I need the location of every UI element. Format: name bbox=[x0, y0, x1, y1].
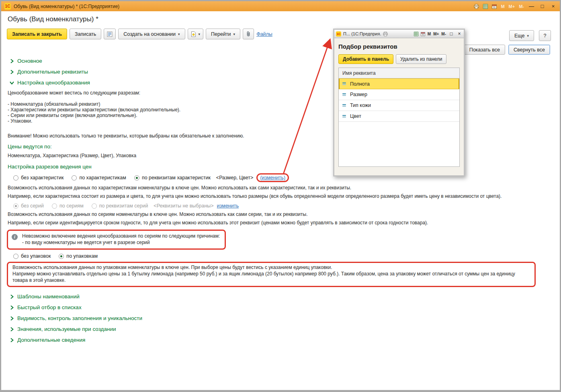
characteristics-change-link[interactable]: (изменить) bbox=[260, 175, 285, 181]
radio-without-packages[interactable]: без упаковок bbox=[13, 253, 51, 259]
attach-files-button[interactable] bbox=[243, 29, 254, 39]
paperclip-icon bbox=[246, 31, 251, 37]
section-dop-rekvizity[interactable]: Дополнительные реквизиты bbox=[10, 68, 554, 76]
chevron-right-icon bbox=[10, 305, 14, 310]
memory-m-minus-button[interactable]: М- bbox=[441, 32, 446, 36]
svg-text:31: 31 bbox=[422, 33, 424, 35]
prices-by-title: Цены ведутся по: bbox=[8, 144, 554, 150]
attribute-row-razmer[interactable]: Размер bbox=[339, 89, 459, 100]
save-button[interactable]: Записать bbox=[70, 29, 101, 39]
calendar-31-icon[interactable]: 31 bbox=[492, 4, 497, 9]
radio-by-characteristic-attributes[interactable]: по реквизитам характеристик bbox=[134, 175, 211, 181]
characteristics-value: <Размер, Цвет> bbox=[216, 175, 254, 181]
section-additional-info[interactable]: Дополнительные сведения bbox=[10, 336, 554, 344]
table-icon[interactable] bbox=[414, 32, 418, 36]
table-icon[interactable] bbox=[483, 4, 488, 9]
maximize-icon[interactable]: □ bbox=[539, 3, 546, 9]
toolbar: Записать и закрыть Записать Создать на о… bbox=[7, 29, 554, 39]
help-button[interactable]: ? bbox=[539, 30, 551, 41]
close-icon[interactable]: × bbox=[550, 3, 557, 9]
save-and-close-button[interactable]: Записать и закрыть bbox=[7, 29, 67, 39]
section-label: Настройка ценообразования bbox=[17, 80, 90, 86]
minimize-icon[interactable]: — bbox=[528, 3, 535, 9]
memory-m-button[interactable]: М bbox=[428, 32, 431, 36]
bullet-line: - Упаковки. bbox=[8, 118, 554, 124]
more-button[interactable]: Еще ▾ bbox=[509, 30, 534, 41]
memory-m-plus-button[interactable]: М+ bbox=[509, 4, 515, 9]
pricing-attention: Внимание! Можно использовать только те р… bbox=[8, 133, 554, 139]
print-icon[interactable] bbox=[383, 32, 388, 36]
chevron-down-icon: ▾ bbox=[527, 34, 529, 38]
add-to-panel-button[interactable]: Добавить в панель bbox=[338, 54, 393, 64]
radio-without-characteristics[interactable]: без характеристик bbox=[13, 175, 63, 181]
radio-label: без серий bbox=[21, 203, 44, 209]
characteristics-hint1: Возможность использования данных по хара… bbox=[8, 185, 554, 191]
packaging-hint1: Возможность использования данных по упак… bbox=[12, 264, 531, 271]
radio-by-packages[interactable]: по упаковкам bbox=[59, 253, 98, 259]
collapse-all-label: Свернуть все bbox=[514, 47, 545, 53]
report-icon bbox=[107, 31, 113, 37]
print-icon[interactable] bbox=[474, 4, 479, 9]
radio-by-series-attributes[interactable]: по реквизитам серий bbox=[92, 203, 148, 209]
radio-without-series[interactable]: без серий bbox=[13, 203, 44, 209]
chevron-down-icon: ▾ bbox=[199, 32, 201, 36]
go-to-label: Перейти bbox=[211, 31, 231, 37]
section-quick-filter[interactable]: Быстрый отбор в списках bbox=[10, 304, 554, 311]
radio-dot bbox=[13, 203, 18, 209]
packaging-hint2: Например можно устанавливать отдельно це… bbox=[12, 271, 531, 283]
radio-dot bbox=[72, 175, 77, 181]
save-and-close-label: Записать и закрыть bbox=[12, 31, 62, 37]
radio-dot bbox=[13, 254, 18, 259]
attribute-row-polnota[interactable]: Полнота bbox=[339, 78, 459, 89]
maximize-icon[interactable]: □ bbox=[448, 31, 454, 37]
series-warning-text: Невозможно включение ведения ценообразов… bbox=[21, 233, 220, 246]
svg-text:31: 31 bbox=[493, 6, 496, 8]
memory-m-plus-button[interactable]: М+ bbox=[433, 32, 439, 36]
section-name-templates[interactable]: Шаблоны наименований bbox=[10, 293, 554, 300]
attribute-icon bbox=[342, 114, 347, 119]
series-hint1: Возможность использования данных по сери… bbox=[8, 211, 554, 218]
section-pricing[interactable]: Настройка ценообразования bbox=[10, 79, 554, 86]
collapse-all-button[interactable]: Свернуть все bbox=[508, 45, 550, 55]
section-visibility[interactable]: Видимость, контроль заполнения и уникаль… bbox=[10, 314, 554, 322]
radio-by-series[interactable]: по сериям bbox=[52, 203, 84, 209]
remove-from-panel-label: Удалить из панели bbox=[400, 56, 442, 62]
characteristics-radio-group: без характеристик по характеристикам по … bbox=[13, 173, 554, 182]
radio-label: по сериям bbox=[59, 203, 84, 209]
section-label: Дополнительные реквизиты bbox=[17, 69, 88, 75]
section-osnovnoe[interactable]: Основное bbox=[10, 57, 554, 65]
files-link[interactable]: Файлы bbox=[256, 31, 272, 37]
window-title: Обувь (Вид номенклатуры) * (1С:Предприят… bbox=[14, 4, 119, 9]
pricing-body: Ценообразование может вестись по следующ… bbox=[7, 90, 554, 287]
radio-label: без упаковок bbox=[21, 253, 51, 259]
packaging-hint-box: Возможность использования данных по упак… bbox=[7, 262, 536, 287]
attribute-icon bbox=[342, 92, 347, 97]
chevron-down-icon bbox=[10, 81, 14, 84]
radio-label: по характеристикам bbox=[79, 175, 126, 181]
form-content: Обувь (Вид номенклатуры) * Записать и за… bbox=[1, 15, 560, 344]
attribute-row-tip-kozhi[interactable]: Тип кожи bbox=[339, 100, 459, 111]
attribute-row-tsvet[interactable]: Цвет bbox=[339, 111, 459, 122]
radio-label: по упаковкам bbox=[66, 253, 98, 259]
memory-m-minus-button[interactable]: М- bbox=[519, 4, 524, 9]
close-icon[interactable]: × bbox=[457, 31, 462, 37]
attributes-column-header[interactable]: Имя реквизита bbox=[339, 68, 459, 78]
section-label: Видимость, контроль заполнения и уникаль… bbox=[17, 315, 142, 321]
radio-dot bbox=[52, 203, 57, 209]
remove-from-panel-button[interactable]: Удалить из панели bbox=[396, 54, 446, 64]
show-all-button[interactable]: Показать все bbox=[464, 45, 505, 55]
radio-by-characteristics[interactable]: по характеристикам bbox=[72, 175, 126, 181]
chevron-right-icon bbox=[10, 327, 14, 332]
section-default-values[interactable]: Значения, используемые при создании bbox=[10, 325, 554, 333]
bullet-line: - Номенклатура (обязательный реквизит) bbox=[8, 101, 554, 107]
chevron-down-icon: ▾ bbox=[233, 32, 235, 36]
go-to-button[interactable]: Перейти ▾ bbox=[206, 29, 240, 39]
popup-title: Подбор реквизитов bbox=[338, 43, 460, 50]
app-logo-1c-icon: 1С bbox=[336, 31, 341, 37]
calendar-31-icon[interactable]: 31 bbox=[421, 32, 425, 36]
series-change-link[interactable]: изменить bbox=[217, 203, 239, 209]
create-based-on-button[interactable]: Создать на основании ▾ bbox=[118, 29, 185, 39]
report-button[interactable] bbox=[104, 29, 116, 39]
memory-m-button[interactable]: М bbox=[501, 4, 504, 9]
new-document-dropdown-button[interactable]: ▾ bbox=[188, 29, 204, 39]
